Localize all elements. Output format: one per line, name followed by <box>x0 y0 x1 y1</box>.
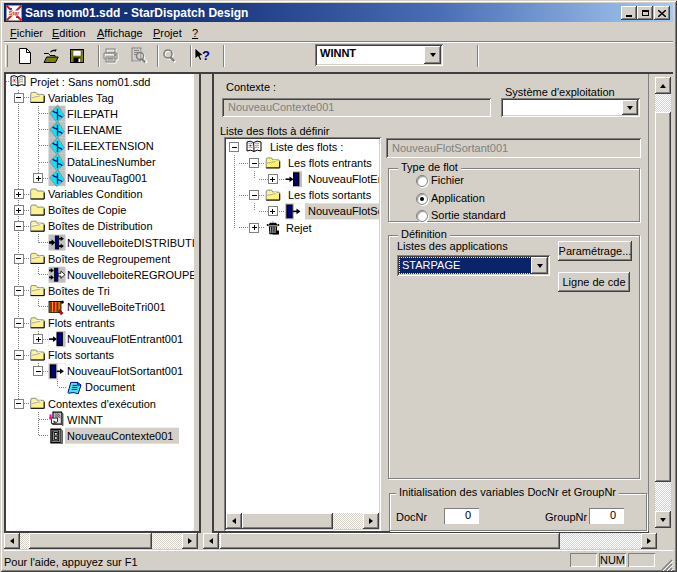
svg-text:Variables Condition: Variables Condition <box>48 188 143 200</box>
svg-text:NouveauFlotEntrant001: NouveauFlotEntrant001 <box>308 173 379 185</box>
svg-text:FILENAME: FILENAME <box>67 124 122 136</box>
svg-text:Contextes d'exécution: Contextes d'exécution <box>48 398 156 410</box>
svg-text:Boîtes de Tri: Boîtes de Tri <box>48 285 110 297</box>
svg-text:NouveauContexte001: NouveauContexte001 <box>67 430 173 442</box>
svg-text:DataLinesNumber: DataLinesNumber <box>67 156 156 168</box>
svg-text:FILEPATH: FILEPATH <box>67 108 118 120</box>
svg-text:NouveauTag001: NouveauTag001 <box>67 172 147 184</box>
svg-text:Flots sortants: Flots sortants <box>48 349 115 361</box>
svg-text:Boîtes de Regroupement: Boîtes de Regroupement <box>48 253 170 265</box>
svg-text:Flots entrants: Flots entrants <box>48 317 115 329</box>
svg-text:NouvelleBoiteTri001: NouvelleBoiteTri001 <box>67 301 166 313</box>
svg-text:NouvelleboiteREGROUPEMENT001: NouvelleboiteREGROUPEMENT001 <box>67 269 194 281</box>
svg-text:Boîtes de Copie: Boîtes de Copie <box>48 204 126 216</box>
svg-text:Variables Tag: Variables Tag <box>48 92 114 104</box>
svg-text:Document: Document <box>85 381 135 393</box>
svg-text:FILEEXTENSION: FILEEXTENSION <box>67 140 154 152</box>
svg-text:WINNT: WINNT <box>67 414 103 426</box>
svg-text:NouvelleboiteDISTRIBUTION001: NouvelleboiteDISTRIBUTION001 <box>67 237 194 249</box>
svg-text:NouveauFlotEntrant001: NouveauFlotEntrant001 <box>67 333 183 345</box>
svg-text:Rejet: Rejet <box>286 222 312 234</box>
svg-text:Les flots sortants: Les flots sortants <box>288 189 372 201</box>
svg-text:Star: Star <box>9 10 21 16</box>
svg-text:Liste des flots :: Liste des flots : <box>270 141 343 153</box>
svg-text:Les flots entrants: Les flots entrants <box>288 157 372 169</box>
svg-text:Projet : Sans nom01.sdd: Projet : Sans nom01.sdd <box>30 76 150 88</box>
svg-text:Boîtes de Distribution: Boîtes de Distribution <box>48 220 153 232</box>
svg-text:NouveauFlotSortant001: NouveauFlotSortant001 <box>67 365 183 377</box>
svg-text:NouveauFlotSortant001: NouveauFlotSortant001 <box>308 205 379 217</box>
